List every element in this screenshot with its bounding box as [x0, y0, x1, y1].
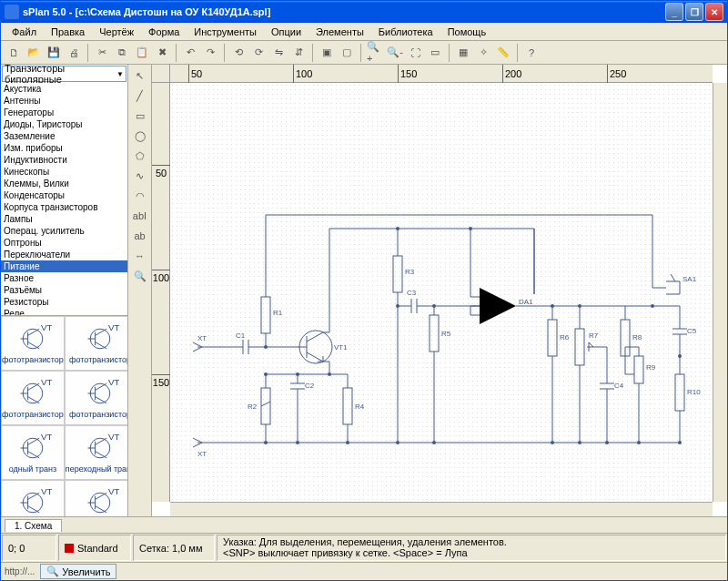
menu-6[interactable]: Элементы — [308, 25, 371, 39]
pointer-icon[interactable]: ↖ — [131, 66, 149, 85]
category-item[interactable]: Оптроны — [1, 237, 127, 249]
svg-line-21 — [96, 383, 107, 390]
zoom-icon[interactable]: 🔍 — [131, 267, 149, 285]
rotate-left-icon[interactable]: ⟲ — [229, 44, 248, 62]
category-item[interactable]: Генераторы — [1, 107, 127, 118]
symbol-npn-photo2[interactable]: VT0фототранзистор — [65, 371, 127, 425]
minimize-button[interactable]: _ — [665, 3, 683, 21]
zoom-page-icon[interactable]: ▭ — [426, 44, 444, 62]
symbol-pnp-photo[interactable]: VT0фототранзистор — [1, 316, 65, 371]
symbol-grid[interactable]: VT0фототранзисторVT0фототранзисторVT0фот… — [1, 315, 127, 516]
category-item[interactable]: Разное — [1, 272, 127, 284]
open-icon[interactable]: 📂 — [25, 44, 43, 62]
print-icon[interactable]: 🖨 — [65, 44, 83, 62]
mirror-v-icon[interactable]: ⇵ — [289, 44, 308, 62]
close-button[interactable]: ✕ — [705, 3, 723, 21]
zoom-button[interactable]: 🔍 Увеличить — [40, 564, 116, 579]
status-hint-1: Указка: Для выделения, перемещения, удал… — [223, 536, 507, 547]
group-icon[interactable]: ▣ — [318, 44, 336, 62]
category-item[interactable]: Диоды, Тиристоры — [1, 118, 127, 130]
titlebar[interactable]: sPlan 5.0 - [с:\Схема Дистошн на ОУ К140… — [1, 1, 727, 23]
category-item[interactable]: Переключатели — [1, 249, 127, 260]
ungroup-icon[interactable]: ▢ — [338, 44, 356, 62]
symbol-npn-photo[interactable]: VT0фототранзистор — [65, 316, 127, 371]
rect-icon[interactable]: ▭ — [131, 107, 149, 125]
symbol-uni1[interactable]: VT0одный транз — [1, 425, 65, 480]
svg-text:VT0: VT0 — [41, 486, 52, 496]
zoom-out-icon[interactable]: 🔍- — [386, 44, 404, 62]
svg-point-141 — [551, 441, 554, 444]
bezier-icon[interactable]: ∿ — [131, 167, 149, 185]
snap-icon[interactable]: ✧ — [474, 44, 492, 62]
category-item[interactable]: Индуктивности — [1, 154, 127, 166]
category-item[interactable]: Разъёмы — [1, 284, 127, 296]
svg-rect-116 — [430, 315, 439, 352]
svg-line-27 — [28, 438, 40, 444]
delete-icon[interactable]: ✖ — [153, 44, 171, 62]
category-item[interactable]: Изм. приборы — [1, 142, 127, 154]
arc-icon[interactable]: ◠ — [131, 187, 149, 205]
category-list[interactable]: АкустикаАнтенныГенераторыДиоды, Тиристор… — [1, 83, 127, 315]
menu-5[interactable]: Опции — [264, 25, 308, 39]
line-icon[interactable]: ╱ — [131, 87, 149, 105]
svg-point-71 — [264, 345, 268, 349]
library-dropdown[interactable]: Транзисторы биполярные ▼ — [2, 66, 126, 82]
symbol-label: фототранзистор — [66, 355, 127, 364]
redo-icon[interactable]: ↷ — [201, 44, 219, 62]
text-bold-icon[interactable]: ab — [131, 227, 149, 245]
svg-line-33 — [96, 438, 107, 444]
category-item[interactable]: Акустика — [1, 83, 127, 95]
rotate-right-icon[interactable]: ⟳ — [249, 44, 268, 62]
maximize-button[interactable]: ❐ — [685, 3, 703, 21]
menu-0[interactable]: Файл — [5, 25, 44, 39]
mirror-h-icon[interactable]: ⇋ — [269, 44, 288, 62]
category-item[interactable]: Клеммы, Вилки — [1, 178, 127, 189]
svg-line-45 — [96, 493, 107, 499]
category-item[interactable]: Заземление — [1, 130, 127, 142]
category-item[interactable]: Питание — [1, 260, 127, 272]
circle-icon[interactable]: ◯ — [131, 127, 149, 145]
zoom-in-icon[interactable]: 🔍+ — [366, 44, 384, 62]
schematic-canvas[interactable]: XT C1 R1 VT1 — [170, 83, 713, 502]
menu-2[interactable]: Чертёж — [92, 25, 141, 39]
menu-8[interactable]: Помощь — [440, 25, 494, 39]
symbol-npn[interactable]: VT0NPN-Transistor — [1, 480, 65, 516]
symbol-npn2[interactable]: VT0NPN-Transistor — [65, 480, 127, 516]
new-icon[interactable]: 🗋 — [5, 44, 23, 62]
svg-text:VT0: VT0 — [108, 486, 119, 496]
category-item[interactable]: Резисторы — [1, 296, 127, 308]
vertical-scrollbar[interactable] — [713, 83, 727, 502]
svg-text:VT0: VT0 — [41, 377, 52, 387]
save-icon[interactable]: 💾 — [45, 44, 63, 62]
svg-rect-137 — [548, 320, 557, 356]
horizontal-scrollbar[interactable] — [170, 502, 713, 516]
svg-rect-99 — [343, 388, 352, 424]
grid-icon[interactable]: ▦ — [454, 44, 472, 62]
measure-icon[interactable]: 📏 — [494, 44, 512, 62]
menu-7[interactable]: Библиотека — [371, 25, 440, 39]
symbol-uni2[interactable]: VT0переходный транз — [65, 425, 127, 480]
help-icon[interactable]: ? — [522, 44, 541, 62]
category-item[interactable]: Лампы — [1, 213, 127, 225]
zoom-fit-icon[interactable]: ⛶ — [406, 44, 424, 62]
svg-line-40 — [28, 506, 40, 513]
cut-icon[interactable]: ✂ — [93, 44, 111, 62]
menu-1[interactable]: Правка — [44, 25, 92, 39]
undo-icon[interactable]: ↶ — [181, 44, 199, 62]
sheet-tab[interactable]: 1. Схема — [5, 519, 62, 532]
ruler-horizontal: 50100150200250 — [170, 65, 713, 83]
category-item[interactable]: Антенны — [1, 95, 127, 107]
dimension-icon[interactable]: ↔ — [131, 247, 149, 265]
category-item[interactable]: Реле — [1, 308, 127, 315]
category-item[interactable]: Операц. усилитель — [1, 225, 127, 237]
category-item[interactable]: Конденсаторы — [1, 189, 127, 201]
category-item[interactable]: Кинескопы — [1, 166, 127, 178]
paste-icon[interactable]: 📋 — [133, 44, 151, 62]
text-icon[interactable]: abI — [131, 207, 149, 225]
polygon-icon[interactable]: ⬠ — [131, 147, 149, 165]
symbol-pnp-photo2[interactable]: VT0фототранзистор — [1, 371, 65, 425]
copy-icon[interactable]: ⧉ — [113, 44, 131, 62]
category-item[interactable]: Корпуса транзисторов — [1, 201, 127, 213]
menu-3[interactable]: Форма — [141, 25, 187, 39]
menu-4[interactable]: Инструменты — [187, 25, 264, 39]
